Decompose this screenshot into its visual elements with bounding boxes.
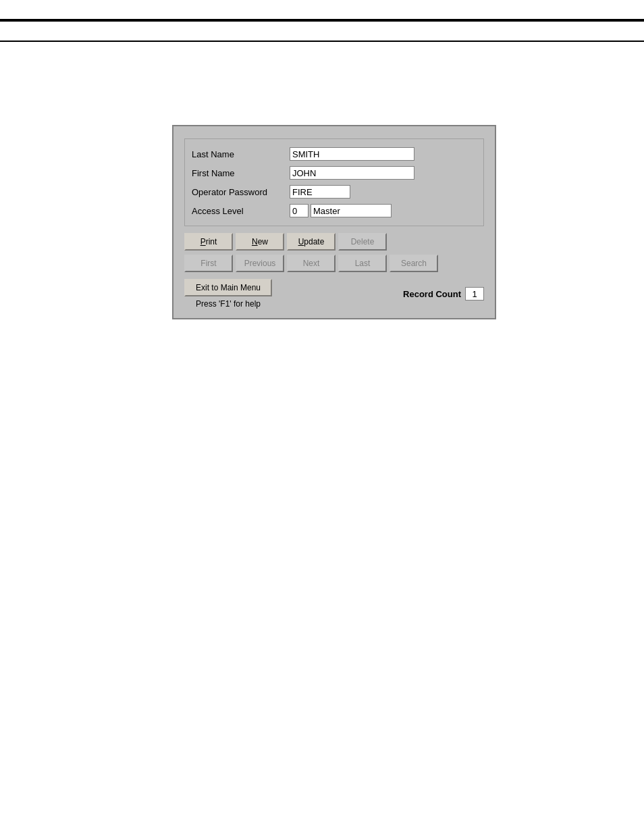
new-button[interactable]: New: [236, 233, 284, 251]
bottom-section: Exit to Main Menu Press 'F1' for help Re…: [184, 279, 484, 309]
button-row-1: Print New Update Delete: [184, 233, 484, 251]
first-name-row: First Name: [192, 166, 477, 180]
record-count-group: Record Count: [403, 287, 484, 301]
last-button[interactable]: Last: [338, 255, 387, 272]
operator-password-row: Operator Password: [192, 185, 477, 199]
second-border: [0, 41, 644, 42]
last-name-label: Last Name: [192, 149, 290, 159]
update-button[interactable]: Update: [287, 233, 336, 251]
top-border: [0, 19, 644, 22]
help-text: Press 'F1' for help: [196, 299, 261, 309]
first-button[interactable]: First: [184, 255, 233, 272]
access-level-group: [290, 204, 392, 217]
next-button[interactable]: Next: [287, 255, 336, 272]
access-level-text-input[interactable]: [311, 204, 392, 217]
left-bottom: Exit to Main Menu Press 'F1' for help: [184, 279, 272, 309]
button-row-2: First Previous Next Last Search: [184, 255, 484, 272]
first-name-label: First Name: [192, 168, 290, 178]
access-level-row: Access Level: [192, 204, 477, 217]
previous-button[interactable]: Previous: [236, 255, 284, 272]
record-count-value[interactable]: [465, 287, 484, 301]
delete-button[interactable]: Delete: [338, 233, 387, 251]
operator-password-input[interactable]: [290, 185, 350, 199]
last-name-input[interactable]: [290, 147, 414, 161]
record-count-label: Record Count: [403, 289, 461, 299]
form-fields-section: Last Name First Name Operator Password A…: [184, 138, 484, 226]
print-button[interactable]: Print: [184, 233, 233, 251]
operator-password-label: Operator Password: [192, 187, 290, 197]
exit-to-main-menu-button[interactable]: Exit to Main Menu: [184, 279, 272, 296]
search-button[interactable]: Search: [390, 255, 438, 272]
access-level-label: Access Level: [192, 206, 290, 216]
first-name-input[interactable]: [290, 166, 414, 180]
last-name-row: Last Name: [192, 147, 477, 161]
main-form-container: Last Name First Name Operator Password A…: [172, 125, 496, 319]
access-level-num-input[interactable]: [290, 204, 308, 217]
